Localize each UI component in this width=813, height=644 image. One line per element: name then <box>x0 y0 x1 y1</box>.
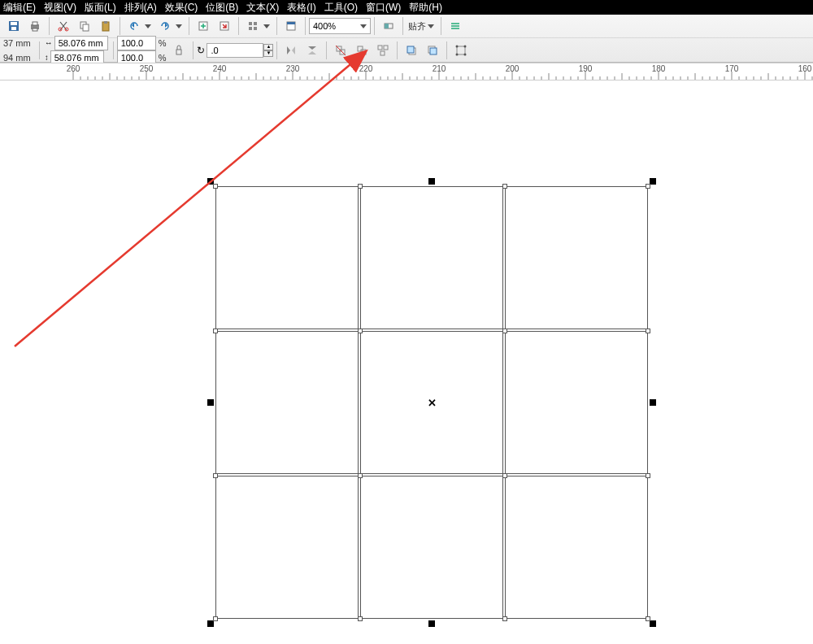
scale-x-input[interactable] <box>117 36 156 50</box>
horizontal-ruler[interactable]: 260250240230220210200190180170160 <box>0 63 813 80</box>
grid-node[interactable] <box>502 473 507 478</box>
menu-item[interactable]: 窗口(W) <box>366 1 401 15</box>
x-position-value: 37 mm <box>3 38 31 48</box>
menu-item[interactable]: 工具(O) <box>324 1 358 15</box>
grid-node[interactable] <box>213 473 218 478</box>
rotation-spinner[interactable]: ▲▼ <box>263 44 273 57</box>
mirror-vertical-icon[interactable] <box>302 41 322 59</box>
menu-item[interactable]: 排列(A) <box>124 1 157 15</box>
cut-icon[interactable] <box>54 17 73 35</box>
width-icon: ↔ <box>45 38 53 47</box>
rotation-input[interactable] <box>207 43 263 58</box>
selection-handle[interactable] <box>650 399 656 406</box>
position-readout: 37 mm 94 mm <box>3 36 33 65</box>
copy-icon[interactable] <box>75 17 94 35</box>
grid-node[interactable] <box>358 616 363 621</box>
grid-node[interactable] <box>213 184 218 189</box>
selection-handle[interactable] <box>428 620 435 627</box>
menu-item[interactable]: 表格(I) <box>287 1 315 15</box>
to-back-icon[interactable] <box>423 41 442 59</box>
svg-rect-17 <box>254 27 257 30</box>
to-front-icon[interactable] <box>402 41 421 59</box>
separator <box>238 17 239 35</box>
svg-rect-8 <box>80 22 86 28</box>
paste-icon[interactable] <box>96 17 115 35</box>
mirror-horizontal-icon[interactable] <box>281 41 301 59</box>
grid-node[interactable] <box>358 184 363 189</box>
lock-ratio-icon[interactable] <box>169 41 189 59</box>
grid-cell[interactable] <box>360 186 503 329</box>
grid-node[interactable] <box>502 184 507 189</box>
grid-node[interactable] <box>502 616 507 621</box>
menu-item[interactable]: 帮助(H) <box>409 1 442 15</box>
svg-rect-23 <box>337 46 341 51</box>
welcome-icon[interactable] <box>281 17 301 35</box>
menu-item[interactable]: 文本(X) <box>246 1 279 15</box>
selection-handle[interactable] <box>650 178 656 185</box>
ruler-label: 240 <box>213 64 227 73</box>
grid-node[interactable] <box>502 329 507 333</box>
app-launcher-dropdown[interactable] <box>263 24 270 28</box>
app-launcher-icon[interactable] <box>243 17 263 35</box>
svg-rect-21 <box>385 24 389 28</box>
grid-node[interactable] <box>646 616 650 621</box>
save-icon[interactable] <box>4 17 24 35</box>
grid-cell[interactable] <box>360 476 503 619</box>
grid-node[interactable] <box>646 473 650 478</box>
zoom-level-dropdown[interactable]: 400% <box>309 18 371 34</box>
undo-icon[interactable] <box>124 17 144 35</box>
svg-point-36 <box>464 45 467 47</box>
snap-dropdown[interactable] <box>428 24 434 28</box>
grid-node[interactable] <box>358 329 363 333</box>
separator <box>276 41 277 59</box>
undo-dropdown[interactable] <box>145 24 151 28</box>
menu-item[interactable]: 视图(V) <box>44 1 76 15</box>
print-icon[interactable] <box>25 17 45 35</box>
svg-rect-1 <box>11 22 17 25</box>
convert-to-curves-icon[interactable] <box>451 41 471 59</box>
size-inputs: ↔ ↕ <box>43 36 108 65</box>
grid-cell[interactable] <box>215 331 359 474</box>
drawing-canvas[interactable]: ✕ <box>0 81 813 644</box>
ungroup-all-icon[interactable] <box>373 41 393 59</box>
grid-cell[interactable] <box>505 476 648 619</box>
ruler-label: 180 <box>652 64 666 73</box>
svg-rect-11 <box>104 21 107 24</box>
ungroup-icon[interactable] <box>331 41 350 59</box>
options-icon[interactable] <box>446 17 465 35</box>
grid-cell[interactable] <box>215 186 359 329</box>
snap-icon[interactable] <box>379 17 398 35</box>
grid-node[interactable] <box>646 329 650 333</box>
grid-cell[interactable] <box>505 186 648 329</box>
svg-point-7 <box>65 28 68 31</box>
svg-rect-2 <box>11 27 16 30</box>
menu-item[interactable]: 效果(C) <box>165 1 198 15</box>
grid-node[interactable] <box>213 329 218 333</box>
main-toolbar: 400% 贴齐 37 mm 94 mm ↔ ↕ <box>0 15 813 63</box>
grid-node[interactable] <box>646 184 650 189</box>
separator <box>446 41 447 59</box>
grid-node[interactable] <box>358 473 363 478</box>
separator <box>441 17 441 35</box>
menu-item[interactable]: 位图(B) <box>206 1 238 15</box>
redo-icon[interactable] <box>155 17 175 35</box>
group-icon[interactable] <box>352 41 372 59</box>
selection-handle[interactable] <box>207 620 214 627</box>
selection-handle[interactable] <box>650 620 656 627</box>
selection-handle[interactable] <box>428 178 435 185</box>
selection-handle[interactable] <box>207 399 214 406</box>
grid-cell[interactable] <box>505 331 648 474</box>
ruler-label: 200 <box>506 64 520 73</box>
snap-label[interactable]: 贴齐 <box>408 20 426 33</box>
width-input[interactable] <box>54 36 108 50</box>
menu-item[interactable]: 编辑(E) <box>3 1 36 15</box>
grid-cell[interactable] <box>215 476 359 619</box>
grid-node[interactable] <box>213 616 218 621</box>
export-icon[interactable] <box>215 17 234 35</box>
svg-rect-29 <box>380 51 385 55</box>
property-bar: 37 mm 94 mm ↔ ↕ % % <box>0 37 813 62</box>
svg-rect-10 <box>102 22 109 31</box>
menu-item[interactable]: 版面(L) <box>85 1 116 15</box>
redo-dropdown[interactable] <box>176 24 182 28</box>
import-icon[interactable] <box>193 17 213 35</box>
